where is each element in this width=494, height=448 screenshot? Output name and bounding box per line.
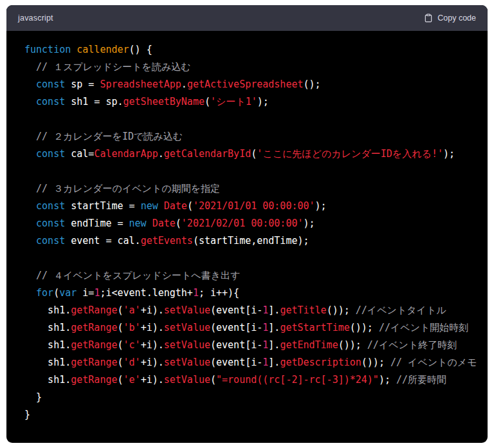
- language-label: javascript: [18, 14, 53, 23]
- copy-code-label: Copy code: [437, 14, 476, 23]
- code-line: sh1.getRange('d'+i).setValue(event[i-1].…: [24, 354, 481, 371]
- code-line: sh1.getRange('b'+i).setValue(event[i-1].…: [24, 319, 481, 337]
- code-line: [24, 250, 481, 267]
- code-line: const sp = SpreadsheetApp.getActiveSprea…: [24, 76, 481, 93]
- code-line: const endTime = new Date('2021/02/01 00:…: [24, 215, 481, 232]
- code-line: sh1.getRange('a'+i).setValue(event[i-1].…: [24, 302, 481, 319]
- code-line: [24, 111, 481, 128]
- code-line: const sh1 = sp.getSheetByName('シート1');: [24, 93, 481, 111]
- code-line: sh1.getRange('e'+i).setValue("=round((rc…: [24, 371, 481, 389]
- code-line: const startTime = new Date('2021/01/01 0…: [24, 198, 481, 215]
- code-line: // ４イベントをスプレッドシートへ書き出す: [24, 267, 481, 285]
- code-line: // ２カレンダーをIDで読み込む: [24, 128, 481, 145]
- code-line: [24, 163, 481, 180]
- code-line: function callender() {: [24, 41, 481, 59]
- code-line: // １スプレッドシートを読み込む: [24, 59, 481, 76]
- code-line: }: [24, 389, 481, 406]
- code-header: javascript Copy code: [6, 5, 488, 31]
- copy-code-button[interactable]: Copy code: [423, 11, 477, 25]
- clipboard-icon: [424, 14, 433, 23]
- code-line: sh1.getRange('c'+i).setValue(event[i-1].…: [24, 337, 481, 354]
- code-line: }: [24, 406, 481, 424]
- code-line: const cal=CalendarApp.getCalendarById('こ…: [24, 145, 481, 163]
- code-block: javascript Copy code function callender(…: [6, 5, 488, 443]
- code-content: function callender() { // １スプレッドシートを読み込む…: [6, 31, 488, 443]
- code-line: const event = cal.getEvents(startTime,en…: [24, 232, 481, 250]
- code-line: // ３カレンダーのイベントの期間を指定: [24, 180, 481, 198]
- code-line: for(var i=1;i<event.length+1; i++){: [24, 285, 481, 302]
